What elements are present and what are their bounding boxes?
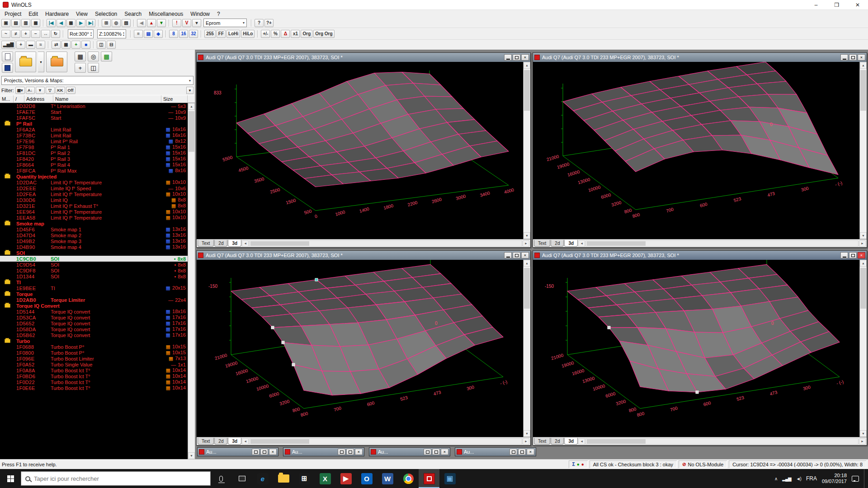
scroll-thumb[interactable]	[250, 439, 309, 444]
filter-funnel-button[interactable]: ▼	[36, 87, 45, 94]
map-row[interactable]: 1F81DCP° Rail 2▦15x16	[0, 150, 188, 156]
help-icon[interactable]: ?	[255, 19, 264, 27]
task-view-button[interactable]	[231, 469, 252, 488]
maximize-button[interactable]: ❒	[826, 0, 847, 10]
map-row[interactable]: 1D5B62Torque IQ convert▦17x16	[0, 332, 188, 338]
map-window-titlebar[interactable]: Audi Q7 (Audi Q7 3.0 TDI 233 MP+EGR 2007…	[533, 251, 867, 260]
maximize-button[interactable]	[513, 54, 520, 61]
taskbar-app-store[interactable]: ⊞	[294, 469, 315, 488]
view-2d-icon[interactable]: ▤	[144, 30, 153, 38]
map-3d-chart[interactable]: 2100019000160001300010000600032008008007…	[197, 260, 523, 437]
map-row[interactable]: 1FAE7EStart—10x9	[0, 109, 188, 115]
column-header-name[interactable]: Name	[53, 95, 161, 103]
tab-3d[interactable]: 3d	[564, 240, 578, 247]
map-row[interactable]: 1F096ETurbo Boost Limiter▦7x13	[0, 356, 188, 361]
start-button[interactable]	[0, 469, 21, 488]
column-header-m[interactable]: M...	[0, 95, 14, 103]
map-pack-icon[interactable]: ▦	[75, 52, 86, 61]
tab-text[interactable]: Text	[198, 240, 214, 247]
map-row[interactable]: 1D32D8T° Linearisation—5x3	[0, 103, 188, 109]
map-row[interactable]: 1F0A52Turbo Single Value—1x1	[0, 361, 188, 367]
map-row[interactable]: 1D321ELimit IQ f° Exhaust T°▦8x8	[0, 203, 188, 209]
map-row[interactable]: 1D2EEELimite IQ f° Speed—10x6	[0, 185, 188, 191]
map-row[interactable]: 1D2FEALimit IQ f° Temperature▦10x10	[0, 191, 188, 197]
close-button[interactable]: ×	[269, 449, 277, 455]
minimize-button[interactable]	[504, 54, 512, 61]
next-map-icon[interactable]: ▶	[76, 19, 85, 27]
close-button[interactable]: ×	[521, 54, 529, 61]
selection-marker[interactable]	[292, 363, 295, 366]
map-row[interactable]: 1C9CB0SOI•8x8	[0, 256, 188, 262]
tab-2d[interactable]: 2d	[214, 240, 227, 247]
selection-marker[interactable]	[315, 278, 318, 281]
chart-vertical-scrollbar[interactable]: ▲▼	[523, 62, 530, 239]
scroll-thumb[interactable]	[250, 241, 309, 246]
scroll-up-icon[interactable]: ▲	[860, 260, 867, 267]
tab-3d[interactable]: 3d	[228, 240, 241, 247]
first-map-icon[interactable]: |◀	[47, 19, 56, 27]
view-3d-icon[interactable]: ◈	[154, 30, 163, 38]
map-row[interactable]: 1D47D4Smoke map 2▦13x16	[0, 232, 188, 238]
scroll-right-icon[interactable]: ►	[523, 438, 529, 445]
spinner-arrows-icon[interactable]: ▴▾	[90, 31, 92, 37]
split-window-icon[interactable]: ◫	[88, 63, 99, 73]
map-row[interactable]: 1C9D54SOI•8x8	[0, 262, 188, 267]
scroll-down-icon[interactable]: ▼	[860, 232, 867, 239]
window-horizontal-icon[interactable]: ◫	[97, 41, 106, 49]
map-folder-row[interactable]: Quantity Injected	[0, 174, 188, 179]
chart-horizontal-scrollbar[interactable]	[585, 240, 859, 247]
map-row[interactable]: 1D53CATorque IQ convert▦17x16	[0, 314, 188, 320]
maximize-button[interactable]	[518, 449, 526, 455]
new-project-button[interactable]	[2, 52, 13, 61]
statistics-icon[interactable]: ▂▅▇	[1, 41, 15, 49]
chart-vertical-scrollbar[interactable]: ▲▼	[859, 62, 867, 239]
map-row[interactable]: 1F0BD6Turbo Boost lct T°▦10x14	[0, 373, 188, 379]
percent-icon[interactable]: %	[271, 30, 280, 38]
spinner-arrows-icon[interactable]: ▴▾	[123, 31, 124, 37]
tray-expand-icon[interactable]: ∧	[774, 476, 777, 481]
selection-marker[interactable]	[271, 326, 274, 329]
import-file-button[interactable]	[46, 52, 67, 72]
map-row[interactable]: 1D30D6Limit IQ▦8x8	[0, 197, 188, 203]
tab-text[interactable]: Text	[198, 438, 214, 445]
map-row[interactable]: 1F0A8ATurbo Boost lct T°▦10x14	[0, 367, 188, 373]
open-project-dropdown[interactable]: ▾	[38, 52, 44, 72]
map-3d-surface[interactable]: 2100019000160001300010000600032008008007…	[533, 260, 859, 437]
close-button[interactable]: ×	[858, 252, 865, 258]
map-row[interactable]: 1F7E96Limit P° Rail▦8x12	[0, 138, 188, 144]
disconnect-icon[interactable]: ≠	[11, 30, 20, 38]
map-color-icon[interactable]: ■	[81, 41, 90, 49]
close-button[interactable]: ✕	[847, 0, 868, 10]
factor-icon[interactable]: x1	[291, 30, 300, 38]
scroll-right-icon[interactable]: ►	[523, 240, 529, 247]
scroll-up-icon[interactable]: ▲	[524, 260, 530, 267]
map-row[interactable]: 1EE964Limit IQ f° Temperature▦10x10	[0, 209, 188, 215]
taskbar-search[interactable]	[21, 471, 211, 486]
tab-2d[interactable]: 2d	[551, 240, 564, 247]
map-row[interactable]: 1D1344SOI•8x8	[0, 273, 188, 279]
action-center-icon[interactable]	[852, 476, 859, 482]
restore-button[interactable]	[338, 449, 345, 455]
hilo-icon[interactable]: HiLo	[241, 30, 255, 38]
show-desktop-button[interactable]	[864, 469, 866, 488]
context-help-icon[interactable]: ?+	[264, 19, 274, 27]
menu-edit[interactable]: Edit	[25, 10, 42, 18]
map-add-icon[interactable]: +	[71, 41, 80, 49]
scroll-down-icon[interactable]: ▼	[188, 452, 195, 459]
menu-hardware[interactable]: Hardware	[42, 10, 72, 18]
map-3d-chart[interactable]: 2100019000160001300010000600032008008007…	[533, 62, 859, 239]
filter-kk-button[interactable]: KK	[56, 87, 65, 94]
project-properties-icon[interactable]: ▣	[1, 19, 10, 27]
restore-button[interactable]	[424, 449, 431, 455]
scroll-up-icon[interactable]: ▲	[188, 103, 195, 110]
minimized-window-2[interactable]: Au...×	[283, 447, 364, 456]
taskbar-app-photos[interactable]: ▣	[439, 469, 460, 488]
eraser-icon[interactable]: ▬	[26, 41, 35, 49]
scroll-down-icon[interactable]: ▼	[524, 430, 530, 437]
scroll-right-icon[interactable]: ►	[859, 438, 866, 445]
scroll-down-icon[interactable]: ▼	[860, 430, 867, 437]
map-folder-row[interactable]: Turbo	[0, 338, 188, 344]
taskbar-app-file-explorer[interactable]	[273, 469, 294, 488]
column-header-address[interactable]: Address	[24, 95, 53, 103]
validate-icon[interactable]: V	[182, 19, 191, 27]
